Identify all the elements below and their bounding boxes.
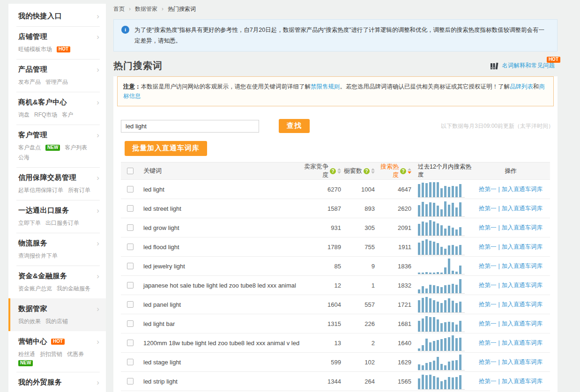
row-checkbox[interactable]: [127, 244, 134, 250]
sidebar-item[interactable]: 店铺管理›旺铺模板市场HOT: [8, 26, 106, 59]
row-checkbox[interactable]: [127, 378, 134, 385]
sidebar-sub-item[interactable]: 所有订单: [68, 186, 90, 194]
add-to-p4p-link[interactable]: 加入直通车词库: [502, 282, 543, 288]
row-checkbox[interactable]: [127, 224, 134, 231]
trend-bar: [459, 321, 461, 332]
action-cell: 抢第一|加入直通车词库: [471, 339, 550, 347]
sidebar-sub-item[interactable]: 我的店铺: [45, 318, 68, 325]
grab-first-link[interactable]: 抢第一: [479, 340, 497, 346]
trend-bar: [433, 242, 435, 255]
trend-cell: [411, 258, 471, 274]
row-checkbox[interactable]: [127, 282, 134, 288]
sidebar-item[interactable]: 商机&客户中心›询盘RFQ市场客户: [8, 92, 106, 125]
sidebar-sub-item[interactable]: 我的金融服务: [57, 285, 90, 293]
sidebar-item[interactable]: 数据管家›我的效果我的店铺: [8, 298, 106, 331]
add-to-p4p-link[interactable]: 加入直通车词库: [502, 378, 543, 385]
sidebar-sub-items: 资金账户总览我的金融服务: [18, 285, 99, 293]
heat-help-icon[interactable]: ?: [400, 168, 406, 174]
sidebar-item[interactable]: 物流服务›查询报价并下单: [8, 233, 106, 266]
row-checkbox[interactable]: [127, 186, 134, 192]
sidebar-sub-item[interactable]: 出口服务订单: [45, 219, 79, 227]
breadcrumb-item[interactable]: 数据管家: [135, 6, 157, 12]
grab-first-link[interactable]: 抢第一: [479, 263, 497, 269]
competition-sorter[interactable]: [337, 168, 341, 174]
sidebar-sub-item[interactable]: 资金账户总览: [18, 285, 52, 293]
row-checkbox[interactable]: [127, 320, 134, 327]
trend-bar: [425, 272, 428, 274]
sidebar-sub-item[interactable]: RFQ市场: [34, 111, 57, 119]
trend-bar: [455, 360, 458, 370]
trend-bar: [444, 365, 446, 370]
competition-help-icon[interactable]: ?: [330, 168, 336, 174]
sidebar-item[interactable]: 营销中心HOT›粉丝通折扣营销优惠券NEW: [8, 331, 106, 372]
select-all-checkbox[interactable]: [127, 168, 134, 174]
sidebar-sub-item[interactable]: 折扣营销: [40, 350, 62, 358]
heat-cell: 1640: [375, 340, 411, 347]
sidebar-sub-item[interactable]: 优惠券: [67, 350, 84, 358]
trend-bar: [455, 325, 458, 332]
breadcrumb-item[interactable]: 首页: [113, 6, 125, 12]
sidebar-sub-item[interactable]: 公海: [18, 154, 30, 162]
showcase-cell: 226: [341, 320, 375, 327]
sidebar-sub-item[interactable]: 客户列表: [65, 144, 87, 152]
grab-first-link[interactable]: 抢第一: [479, 224, 497, 231]
sidebar-sub-item[interactable]: 查询报价并下单: [18, 252, 58, 260]
table-row: led grow light9313052091抢第一|加入直通车词库: [121, 218, 550, 237]
add-to-p4p-link[interactable]: 加入直通车词库: [502, 340, 543, 346]
sidebar-sub-item[interactable]: 询盘: [18, 111, 30, 119]
grab-first-link[interactable]: 抢第一: [479, 244, 497, 250]
sidebar-sub-item[interactable]: 起草信用保障订单: [18, 186, 63, 194]
row-checkbox[interactable]: [127, 205, 134, 212]
showcase-sorter[interactable]: [371, 168, 375, 174]
keyword-text: led street light: [143, 205, 181, 212]
trend-bar: [425, 375, 428, 389]
row-checkbox[interactable]: [127, 301, 134, 308]
add-to-p4p-link[interactable]: 加入直通车词库: [502, 186, 543, 192]
row-checkbox[interactable]: [127, 359, 134, 365]
batch-add-button[interactable]: 批量加入直通车词库: [125, 141, 207, 156]
sidebar-item[interactable]: 资金&金融服务›资金账户总览我的金融服务: [8, 266, 106, 298]
search-button[interactable]: 查找: [279, 119, 310, 133]
showcase-help-icon[interactable]: ?: [364, 168, 370, 174]
row-checkbox-cell: [121, 359, 140, 365]
glossary-link[interactable]: 名词解释和常见问题: [502, 62, 555, 70]
sidebar-sub-item[interactable]: 管理产品: [45, 78, 68, 86]
add-to-p4p-link[interactable]: 加入直通车词库: [502, 244, 543, 250]
sidebar-sub-item[interactable]: 我的效果: [18, 318, 41, 325]
action-divider: |: [498, 378, 499, 385]
add-to-p4p-link[interactable]: 加入直通车词库: [502, 224, 543, 231]
heat-sorter[interactable]: [408, 168, 411, 174]
add-to-p4p-link[interactable]: 加入直通车词库: [502, 301, 543, 308]
grab-first-link[interactable]: 抢第一: [479, 320, 497, 327]
sidebar-item[interactable]: 一达通出口服务›立即下单出口服务订单: [8, 200, 106, 233]
sidebar-sub-item[interactable]: 旺铺模板市场: [18, 45, 52, 53]
grab-first-link[interactable]: 抢第一: [479, 301, 497, 308]
sidebar-sub-item[interactable]: 立即下单: [18, 219, 41, 227]
grab-first-link[interactable]: 抢第一: [479, 205, 497, 212]
sidebar-sub-item[interactable]: 客户盘点: [18, 144, 41, 152]
add-to-p4p-link[interactable]: 加入直通车词库: [502, 205, 543, 212]
sidebar-sub-item[interactable]: 客户: [62, 111, 73, 119]
sidebar-sub-item[interactable]: 发布产品: [18, 78, 41, 86]
sidebar-item[interactable]: 我的快捷入口›: [8, 6, 106, 26]
sidebar-item[interactable]: 我的外贸服务›: [8, 372, 106, 392]
grab-first-link[interactable]: 抢第一: [479, 282, 497, 288]
grab-first-link[interactable]: 抢第一: [479, 378, 497, 385]
grab-first-link[interactable]: 抢第一: [479, 186, 497, 192]
sidebar-sub-item[interactable]: 粉丝通: [18, 350, 35, 358]
sidebar-item[interactable]: 产品管理›发布产品管理产品: [8, 59, 106, 92]
sidebar-item[interactable]: 信用保障交易管理›起草信用保障订单所有订单: [8, 167, 106, 200]
breadcrumb-item: 热门搜索词: [168, 6, 196, 12]
add-to-p4p-link[interactable]: 加入直通车词库: [502, 320, 543, 327]
row-checkbox[interactable]: [127, 263, 134, 269]
sidebar-new-badge: NEW: [45, 145, 60, 151]
keyword-search-input[interactable]: [121, 120, 259, 133]
grab-first-link[interactable]: 抢第一: [479, 359, 497, 365]
add-to-p4p-link[interactable]: 加入直通车词库: [502, 359, 543, 365]
add-to-p4p-link[interactable]: 加入直通车词库: [502, 263, 543, 269]
sidebar-item[interactable]: 客户管理›客户盘点NEW客户列表公海: [8, 125, 106, 167]
warning-link[interactable]: 禁限售规则: [311, 83, 340, 90]
warning-link[interactable]: 品牌列表: [510, 83, 533, 90]
row-checkbox[interactable]: [127, 340, 134, 346]
sidebar-sub-items: 我的效果我的店铺: [18, 318, 99, 325]
